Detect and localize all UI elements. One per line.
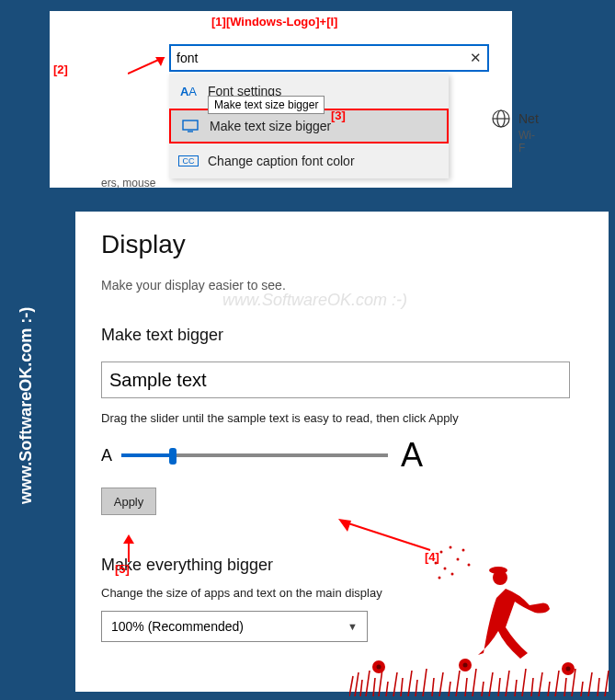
suggestion-label: Make text size bigger: [210, 119, 331, 133]
chevron-down-icon: ▼: [347, 621, 358, 632]
scale-selected-value: 100% (Recommended): [111, 619, 244, 634]
annotation-arrow-icon: [120, 534, 138, 564]
watermark-text: www.SoftwareOK.com :-): [222, 291, 407, 310]
search-suggestions-dropdown: AA Font settings Make text size bigger C…: [169, 74, 449, 178]
clear-search-icon[interactable]: ✕: [470, 50, 482, 66]
settings-search-box[interactable]: ✕: [169, 44, 489, 72]
annotation-2: [2]: [53, 63, 68, 76]
section-make-text-bigger: Make text bigger: [101, 326, 583, 345]
svg-point-18: [438, 577, 441, 580]
settings-search-panel: ✕ AA Font settings Make text size bigger…: [50, 11, 512, 188]
running-man-icon: [432, 543, 561, 662]
text-size-slider-row: A A: [101, 436, 583, 475]
page-title: Display: [101, 230, 583, 259]
annotation-arrow-icon: [338, 519, 439, 556]
svg-point-13: [435, 562, 438, 565]
font-aa-icon: AA: [178, 85, 199, 98]
network-subtext: Wi-F: [518, 129, 535, 155]
annotation-5: [5]: [115, 562, 130, 576]
slider-thumb[interactable]: [169, 448, 177, 465]
tooltip: Make text size bigger: [208, 96, 325, 114]
monitor-icon: [180, 120, 200, 132]
network-category-hint: Net: [491, 109, 539, 129]
annotation-3: [3]: [331, 109, 346, 122]
cc-icon: CC: [178, 155, 199, 166]
big-a-label: A: [401, 436, 423, 475]
svg-marker-10: [338, 519, 351, 532]
svg-point-11: [440, 551, 443, 554]
svg-point-17: [451, 573, 454, 576]
svg-point-12: [450, 546, 452, 549]
display-scale-dropdown[interactable]: 100% (Recommended) ▼: [101, 611, 368, 642]
svg-point-27: [566, 667, 571, 671]
suggestion-label: Change caption font color: [208, 154, 355, 168]
svg-point-25: [463, 663, 468, 668]
svg-rect-2: [183, 120, 198, 130]
slider-instruction: Drag the slider until the sample text is…: [101, 411, 583, 425]
page-subtitle: Make your display easier to see.: [101, 278, 583, 293]
flower-icon: [371, 660, 386, 674]
svg-line-9: [346, 522, 430, 550]
flower-icon: [561, 661, 575, 676]
svg-point-16: [462, 549, 465, 552]
search-input[interactable]: [177, 51, 470, 65]
svg-point-14: [457, 558, 460, 561]
devices-subtext: ers, mouse: [101, 177, 155, 189]
small-a-label: A: [101, 446, 112, 465]
side-brand-text: www.SoftwareOK.com :-): [17, 247, 36, 504]
globe-icon: [491, 109, 511, 129]
svg-point-23: [377, 665, 382, 670]
annotation-1: [1][Windows-Logo]+[I]: [211, 15, 337, 29]
apply-button[interactable]: Apply: [101, 488, 156, 515]
svg-marker-8: [123, 534, 134, 544]
svg-marker-1: [155, 57, 165, 66]
svg-point-19: [468, 564, 471, 567]
text-size-slider[interactable]: [121, 453, 388, 457]
svg-point-21: [489, 567, 507, 574]
flower-icon: [458, 658, 473, 672]
suggestion-caption-font-color[interactable]: CC Change caption font color: [169, 143, 449, 178]
svg-point-15: [444, 568, 447, 570]
sample-text-input[interactable]: [101, 361, 570, 398]
